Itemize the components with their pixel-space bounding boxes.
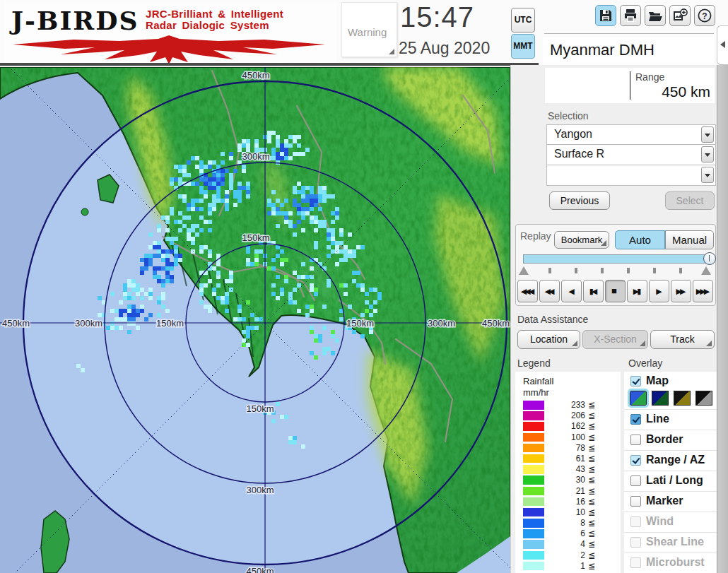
checkbox-icon[interactable] xyxy=(630,455,641,466)
jbirds-window: J-BIRDS JRC-Brilliant & Intelligent Rada… xyxy=(0,0,728,573)
map-style-swatch[interactable] xyxy=(674,391,691,406)
checkbox-icon[interactable] xyxy=(630,516,641,527)
play-reverse-button[interactable]: ◀ xyxy=(561,280,582,302)
legend-swatch xyxy=(523,497,544,507)
help-button[interactable]: ? xyxy=(694,5,715,26)
station-name: Myanmar DMH xyxy=(550,41,654,59)
map-style-swatch[interactable] xyxy=(695,391,712,406)
panel-collapse-tab[interactable] xyxy=(717,25,728,65)
add-view-button[interactable] xyxy=(669,5,691,26)
submenu-corner-icon xyxy=(706,341,712,346)
legend-entry: 206≦ xyxy=(523,410,615,421)
legend-swatch xyxy=(523,508,544,517)
auto-mode-button[interactable]: Auto xyxy=(615,230,665,249)
overlay-item-label: Microburst xyxy=(646,556,705,569)
rewind-button[interactable]: ◀◀ xyxy=(539,280,560,302)
checkbox-icon[interactable] xyxy=(630,414,641,425)
legend-leq-symbol: ≦ xyxy=(588,486,595,496)
legend-entry: 30≦ xyxy=(523,475,615,485)
dropdown-arrow-icon[interactable] xyxy=(701,126,714,143)
legend-leq-symbol: ≦ xyxy=(588,421,595,431)
control-panel: Range 450 km Selection Yangon Surface R … xyxy=(510,65,717,573)
range-divider xyxy=(630,71,630,100)
checkbox-icon[interactable] xyxy=(630,435,641,445)
tick-mark xyxy=(575,268,577,273)
legend-entry: 162≦ xyxy=(523,421,615,432)
checkbox-icon[interactable] xyxy=(630,537,641,548)
map-style-swatch[interactable] xyxy=(652,391,669,406)
overlay-item-shear-line[interactable]: Shear Line xyxy=(624,533,717,553)
overlay-item-wind[interactable]: Wind xyxy=(624,512,717,533)
option-dropdown[interactable] xyxy=(546,165,716,186)
play-button[interactable]: ▶ xyxy=(649,280,669,302)
legend-leq-symbol: ≦ xyxy=(588,497,595,507)
replay-slider-track[interactable] xyxy=(523,254,710,264)
overlay-item-line[interactable]: Line xyxy=(624,410,717,430)
warning-label: Warning xyxy=(348,26,387,38)
legend-swatch xyxy=(523,422,544,431)
replay-slider-thumb[interactable] xyxy=(703,252,716,265)
legend-unit-line2: mm/hr xyxy=(523,387,553,398)
legend-swatch xyxy=(523,401,544,410)
legend-swatch xyxy=(523,562,544,571)
print-icon xyxy=(623,8,638,23)
checkbox-icon[interactable] xyxy=(630,475,641,486)
legend-value: 21 xyxy=(548,486,585,496)
legend-value: 162 xyxy=(548,421,585,431)
overlay-item-map[interactable]: Map xyxy=(624,372,717,389)
panel-edge-strip xyxy=(717,0,728,573)
timezone-mmt-button[interactable]: MMT xyxy=(511,34,535,59)
x-section-button[interactable]: X-Section xyxy=(582,330,648,349)
tick-mark xyxy=(653,268,656,273)
save-icon xyxy=(598,8,613,23)
legend-swatch xyxy=(523,551,544,560)
overlay-panel: MapLineBorderRange / AZLati / LongMarker… xyxy=(624,372,717,573)
checkbox-icon[interactable] xyxy=(630,496,641,507)
overlay-item-lati-long[interactable]: Lati / Long xyxy=(624,471,717,492)
add-view-icon xyxy=(672,8,688,23)
overlay-item-label: Range / AZ xyxy=(646,454,705,466)
ring-label: 300km xyxy=(428,318,455,329)
submenu-corner-icon xyxy=(389,49,394,54)
map-style-swatch[interactable] xyxy=(630,391,647,406)
step-forward-button[interactable]: ▶▮ xyxy=(627,280,647,302)
site-dropdown[interactable]: Yangon xyxy=(546,124,716,145)
dropdown-arrow-icon[interactable] xyxy=(701,167,714,183)
range-box: Range 450 km xyxy=(545,68,715,103)
location-button[interactable]: Location xyxy=(517,330,580,349)
radar-map-display[interactable]: 150km150km150km150km300km300km300km300km… xyxy=(0,67,510,573)
overlay-item-range-az[interactable]: Range / AZ xyxy=(624,451,717,471)
stop-button[interactable]: ■ xyxy=(605,280,626,302)
legend-value: 8 xyxy=(548,518,585,528)
checkbox-icon[interactable] xyxy=(630,376,641,386)
manual-mode-button[interactable]: Manual xyxy=(665,230,714,249)
product-dropdown[interactable]: Surface R xyxy=(546,145,716,165)
timezone-utc-button[interactable]: UTC xyxy=(511,8,535,33)
toolbar-divider xyxy=(544,33,714,34)
dropdown-arrow-icon[interactable] xyxy=(701,146,714,163)
bookmark-button[interactable]: Bookmark xyxy=(554,231,609,249)
legend-entry: 233≦ xyxy=(523,400,615,410)
open-folder-button[interactable] xyxy=(645,5,666,26)
step-back-button[interactable]: ▮◀ xyxy=(583,280,604,302)
checkbox-icon[interactable] xyxy=(630,557,641,568)
previous-button[interactable]: Previous xyxy=(549,191,610,210)
forward-fast-button[interactable]: ▶▶▶ xyxy=(693,280,713,302)
warning-button[interactable]: Warning xyxy=(341,2,397,57)
overlay-item-microburst[interactable]: Microburst xyxy=(624,553,717,573)
submenu-corner-icon xyxy=(601,240,606,246)
select-button[interactable]: Select xyxy=(665,191,715,210)
legend-value: 2 xyxy=(548,550,585,560)
track-button[interactable]: Track xyxy=(650,330,715,349)
save-button[interactable] xyxy=(595,5,616,26)
rewind-fast-button[interactable]: ◀◀◀ xyxy=(517,280,538,302)
print-button[interactable] xyxy=(620,5,641,26)
legend-leq-symbol: ≦ xyxy=(588,475,595,485)
legend-entry: 8≦ xyxy=(523,518,615,528)
overlay-item-marker[interactable]: Marker xyxy=(624,492,717,512)
overlay-item-border[interactable]: Border xyxy=(624,430,717,451)
clock-time: 15:47 xyxy=(400,1,474,33)
legend-value: 1 xyxy=(548,561,585,571)
forward-button[interactable]: ▶▶ xyxy=(671,280,691,302)
ring-label: 300km xyxy=(242,151,269,162)
